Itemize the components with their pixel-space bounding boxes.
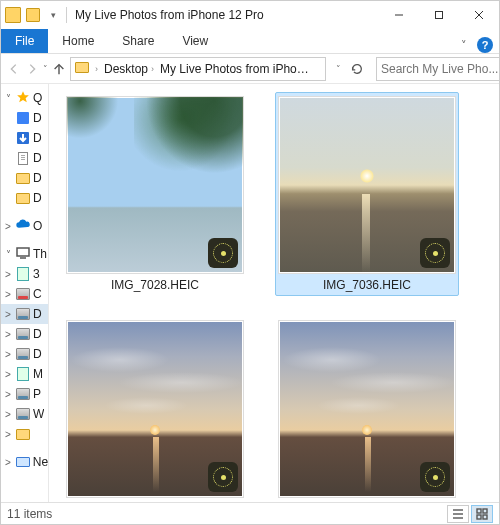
thumbnail — [66, 96, 244, 274]
maximize-button[interactable] — [419, 1, 459, 29]
tree-icon — [15, 110, 31, 126]
separator — [66, 7, 67, 23]
minimize-button[interactable] — [379, 1, 419, 29]
tree-twisty[interactable]: > — [3, 429, 13, 440]
tree-item[interactable]: D — [1, 148, 48, 168]
tree-icon — [15, 326, 31, 342]
breadcrumb-root[interactable]: › — [93, 64, 100, 74]
breadcrumb-desktop[interactable]: Desktop› — [102, 62, 156, 76]
tree-item[interactable]: >P — [1, 384, 48, 404]
breadcrumb-folder[interactable]: My Live Photos from iPhone 12 Pro — [158, 62, 312, 76]
tree-label: D — [33, 171, 42, 185]
tree-icon — [15, 386, 31, 402]
tree-twisty[interactable]: > — [3, 369, 13, 380]
tree-twisty[interactable]: > — [3, 289, 13, 300]
thumbnail — [278, 320, 456, 498]
file-item[interactable]: IMG_7040.HEIC — [275, 316, 459, 502]
back-button[interactable] — [7, 57, 21, 81]
close-button[interactable] — [459, 1, 499, 29]
search-input[interactable] — [376, 57, 500, 81]
tree-label: D — [33, 307, 42, 321]
tree-item[interactable]: ˅Th — [1, 244, 48, 264]
file-item[interactable]: IMG_7040 (7).HEIC — [63, 316, 247, 502]
nav-tree[interactable]: ˅QDDDDD>O˅Th>3>C>D>D>D>M>P>W>>Ne — [1, 84, 49, 502]
svg-marker-5 — [17, 91, 29, 102]
content-pane[interactable]: IMG_7028.HEICIMG_7036.HEICIMG_7040 (7).H… — [49, 84, 499, 502]
tree-item[interactable]: >D — [1, 324, 48, 344]
tree-label: D — [33, 151, 42, 165]
address-dropdown[interactable]: ˅ — [330, 58, 346, 80]
tree-icon — [15, 246, 31, 262]
address-bar[interactable]: › Desktop› My Live Photos from iPhone 12… — [70, 57, 326, 81]
tab-file[interactable]: File — [1, 29, 48, 53]
tree-item[interactable]: >C — [1, 284, 48, 304]
explorer-window: ▾ My Live Photos from iPhone 12 Pro File… — [0, 0, 500, 525]
address-row: ˅ › Desktop› My Live Photos from iPhone … — [1, 54, 499, 84]
tree-icon — [15, 218, 31, 234]
ribbon-collapse-icon[interactable]: ˅ — [461, 39, 467, 52]
tree-item[interactable]: >3 — [1, 264, 48, 284]
tree-item[interactable]: >D — [1, 344, 48, 364]
tree-label: D — [33, 347, 42, 361]
tree-item[interactable]: >D — [1, 304, 48, 324]
tree-twisty[interactable]: ˅ — [3, 249, 13, 260]
tree-item[interactable]: >Ne — [1, 452, 48, 472]
tree-label: M — [33, 367, 43, 381]
up-button[interactable] — [52, 57, 66, 81]
tab-share[interactable]: Share — [108, 29, 168, 53]
help-icon[interactable]: ? — [477, 37, 493, 53]
svg-rect-12 — [483, 509, 487, 513]
qat-button[interactable] — [26, 8, 40, 22]
refresh-button[interactable] — [346, 58, 368, 80]
tab-view[interactable]: View — [168, 29, 222, 53]
svg-rect-6 — [17, 248, 29, 256]
tree-item[interactable]: D — [1, 108, 48, 128]
tree-twisty[interactable]: > — [3, 309, 13, 320]
file-label: IMG_7036.HEIC — [323, 278, 411, 292]
file-item[interactable]: IMG_7036.HEIC — [275, 92, 459, 296]
tree-twisty[interactable]: > — [3, 457, 13, 468]
folder-icon — [73, 62, 91, 76]
file-item[interactable]: IMG_7028.HEIC — [63, 92, 247, 296]
svg-rect-13 — [477, 515, 481, 519]
qat-dropdown[interactable]: ▾ — [45, 4, 61, 26]
forward-button[interactable] — [25, 57, 39, 81]
ribbon-tabs: File Home Share View ˅ ? — [1, 29, 499, 54]
tab-home[interactable]: Home — [48, 29, 108, 53]
tree-icon — [15, 366, 31, 382]
recent-dropdown[interactable]: ˅ — [43, 58, 48, 80]
tree-item[interactable]: > — [1, 424, 48, 444]
folder-icon — [5, 7, 21, 23]
tree-icon — [15, 190, 31, 206]
tree-twisty[interactable]: > — [3, 409, 13, 420]
tree-item[interactable]: >M — [1, 364, 48, 384]
tree-label: D — [33, 131, 42, 145]
live-photo-icon — [208, 238, 238, 268]
thumbnail — [278, 96, 456, 274]
tree-item[interactable]: ˅Q — [1, 88, 48, 108]
svg-rect-1 — [436, 12, 443, 19]
tree-item[interactable]: D — [1, 188, 48, 208]
tree-item[interactable]: >W — [1, 404, 48, 424]
tree-twisty[interactable]: > — [3, 221, 13, 232]
tree-label: 3 — [33, 267, 40, 281]
tree-twisty[interactable]: > — [3, 349, 13, 360]
view-details-button[interactable] — [447, 505, 469, 523]
tree-item[interactable]: >O — [1, 216, 48, 236]
live-photo-icon — [208, 462, 238, 492]
view-thumbnails-button[interactable] — [471, 505, 493, 523]
tree-twisty[interactable]: > — [3, 389, 13, 400]
tree-twisty[interactable]: > — [3, 269, 13, 280]
title-bar: ▾ My Live Photos from iPhone 12 Pro — [1, 1, 499, 29]
tree-label: C — [33, 287, 42, 301]
tree-icon — [15, 90, 31, 106]
tree-twisty[interactable]: ˅ — [3, 93, 13, 104]
tree-label: O — [33, 219, 42, 233]
tree-item[interactable]: D — [1, 168, 48, 188]
tree-label: W — [33, 407, 44, 421]
svg-rect-11 — [477, 509, 481, 513]
tree-twisty[interactable]: > — [3, 329, 13, 340]
tree-item[interactable]: D — [1, 128, 48, 148]
tree-icon — [15, 454, 31, 470]
tree-label: D — [33, 111, 42, 125]
